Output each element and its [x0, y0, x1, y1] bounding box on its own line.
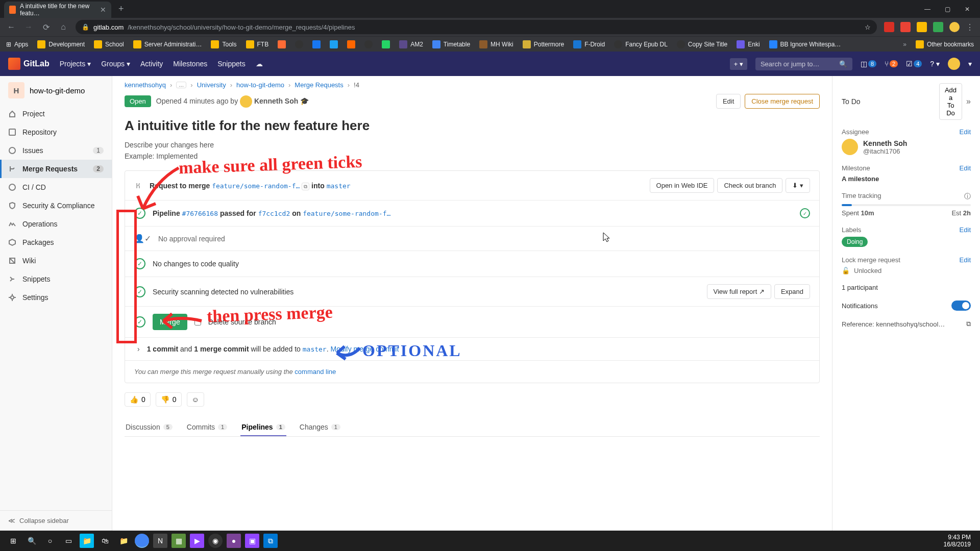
project-header[interactable]: H how-to-git-demo — [0, 76, 112, 105]
apps-button[interactable]: ⊞Apps — [6, 41, 28, 48]
star-icon[interactable]: ☆ — [865, 23, 871, 31]
tab-pipelines[interactable]: Pipelines1 — [240, 418, 286, 436]
notifications-toggle[interactable] — [951, 300, 971, 311]
edit-assignee[interactable]: Edit — [960, 128, 971, 136]
plus-menu[interactable]: + ▾ — [730, 58, 747, 70]
edit-labels[interactable]: Edit — [960, 226, 971, 234]
new-tab-button[interactable]: + — [111, 4, 131, 14]
checkout-button[interactable]: Check out branch — [717, 178, 782, 193]
ext-icon-2[interactable] — [900, 22, 911, 32]
other-bookmarks[interactable]: Other bookmarks — [916, 40, 974, 48]
bookmark-ftb[interactable]: FTB — [246, 40, 269, 48]
profile-avatar[interactable] — [949, 22, 960, 32]
bookmark-mh[interactable]: MH Wiki — [479, 40, 513, 48]
user-avatar[interactable] — [948, 58, 960, 70]
assignee-user[interactable]: Kenneth Soh@itachi1706 — [842, 139, 971, 155]
label-doing[interactable]: Doing — [842, 237, 868, 247]
bookmark-fe[interactable]: Fancy Epub DL — [614, 40, 668, 48]
crumb-mrs[interactable]: Merge Requests — [295, 81, 343, 89]
issues-icon[interactable]: ◫8 — [861, 60, 876, 68]
pipeline-stage-icon[interactable]: ✓ — [800, 208, 810, 218]
nav-snippets[interactable]: Snippets — [217, 60, 245, 68]
source-branch[interactable]: feature/some-random-f… — [212, 182, 300, 190]
back-icon[interactable]: ← — [6, 22, 16, 32]
expand-chevron-icon[interactable]: › — [134, 345, 140, 353]
commit-link[interactable]: f7cc1cd2 — [258, 210, 290, 217]
milestone-value[interactable]: A milestone — [842, 175, 971, 183]
tab-commits[interactable]: Commits1 — [186, 418, 228, 436]
ext-icon-4[interactable] — [933, 22, 943, 32]
thumbs-down-button[interactable]: 👎0 — [156, 392, 182, 407]
bookmark-bb[interactable]: BB Ignore Whitespa… — [769, 40, 841, 48]
open-ide-button[interactable]: Open in Web IDE — [650, 178, 715, 193]
time-help-icon[interactable]: ⓘ — [964, 192, 971, 201]
bookmark-tt[interactable]: Timetable — [432, 40, 470, 48]
bookmark-10[interactable] — [364, 40, 373, 48]
bookmark-dev[interactable]: Development — [37, 40, 85, 48]
bookmark-7[interactable] — [295, 40, 303, 48]
branch-link[interactable]: feature/some-random-f… — [303, 210, 390, 217]
bookmark-am2[interactable]: AM2 — [399, 40, 423, 48]
user-dropdown-icon[interactable]: ▾ — [968, 60, 972, 68]
sidebar-item-repository[interactable]: Repository — [0, 123, 112, 141]
collapse-sidebar[interactable]: ≪Collapse sidebar — [0, 510, 112, 531]
edit-milestone[interactable]: Edit — [960, 164, 971, 172]
help-icon[interactable]: ? ▾ — [930, 60, 940, 68]
app-notion[interactable]: N — [153, 534, 167, 548]
bookmark-9[interactable] — [347, 40, 355, 48]
bookmark-wa[interactable] — [382, 40, 390, 48]
collapse-right-icon[interactable]: » — [966, 97, 971, 106]
home-icon[interactable]: ⌂ — [58, 22, 68, 32]
bookmark-fb[interactable] — [312, 40, 321, 48]
ext-icon-1[interactable] — [884, 22, 894, 32]
bookmark-pm[interactable]: Pottermore — [523, 40, 564, 48]
app-chrome[interactable] — [135, 534, 149, 548]
search-taskbar-icon[interactable]: 🔍 — [24, 534, 39, 548]
thumbs-up-button[interactable]: 👍0 — [125, 392, 151, 407]
target-branch[interactable]: master — [327, 182, 351, 190]
sidebar-item-snippets[interactable]: Snippets — [0, 270, 112, 288]
reload-icon[interactable]: ⟳ — [41, 22, 51, 32]
minimize-icon[interactable]: — — [924, 6, 930, 13]
merge-button[interactable]: Merge — [153, 314, 187, 330]
edit-lock[interactable]: Edit — [960, 256, 971, 264]
app-vscode[interactable]: ⧉ — [263, 534, 278, 548]
taskview-icon[interactable]: ▭ — [61, 534, 76, 548]
maximize-icon[interactable]: ▢ — [945, 6, 950, 13]
app-1[interactable]: 📁 — [80, 534, 94, 548]
close-window-icon[interactable]: ✕ — [965, 6, 970, 13]
crumb-project[interactable]: how-to-git-demo — [236, 81, 284, 89]
bookmark-tw[interactable] — [330, 40, 338, 48]
download-button[interactable]: ⬇ ▾ — [786, 178, 810, 193]
bookmark-server[interactable]: Server Administrati… — [133, 40, 202, 48]
tab-close-icon[interactable]: ✕ — [100, 6, 106, 14]
bookmark-tools[interactable]: Tools — [211, 40, 236, 48]
bookmark-school[interactable]: School — [94, 40, 124, 48]
nav-support-icon[interactable]: ☁ — [256, 60, 263, 68]
app-twitch[interactable]: ▶ — [190, 534, 204, 548]
sidebar-item-wiki[interactable]: Wiki — [0, 252, 112, 270]
sidebar-item-project[interactable]: Project — [0, 105, 112, 123]
app-minecraft[interactable]: ▦ — [172, 534, 186, 548]
bookmark-6[interactable] — [278, 40, 286, 48]
crumb-user[interactable]: kennethsohyq — [125, 81, 166, 89]
bookmark-fd[interactable]: F-Droid — [573, 40, 605, 48]
tab-discussion[interactable]: Discussion5 — [125, 418, 174, 436]
view-report-button[interactable]: View full report ↗ — [707, 284, 771, 299]
nav-projects[interactable]: Projects ▾ — [60, 60, 91, 68]
sidebar-item-settings[interactable]: Settings — [0, 288, 112, 307]
crumb-university[interactable]: University — [197, 81, 226, 89]
app-store[interactable]: 🛍 — [98, 534, 112, 548]
pipeline-link[interactable]: #76766168 — [182, 210, 218, 217]
merge-requests-icon[interactable]: ⑂2 — [885, 60, 898, 68]
address-bar[interactable]: 🔒 gitlab.com/kennethsohyq/school/univers… — [76, 20, 877, 34]
ext-icon-3[interactable] — [917, 22, 927, 32]
search-input[interactable]: Search or jump to… 🔍 — [755, 58, 852, 70]
forward-icon[interactable]: → — [23, 22, 34, 32]
gitlab-logo[interactable]: GitLab — [8, 58, 50, 70]
edit-button[interactable]: Edit — [716, 94, 741, 109]
nav-milestones[interactable]: Milestones — [173, 60, 207, 68]
app-7[interactable]: ▣ — [245, 534, 259, 548]
modify-commit-link[interactable]: Modify merge commit — [330, 345, 399, 353]
bookmarks-overflow[interactable]: » — [903, 41, 906, 48]
